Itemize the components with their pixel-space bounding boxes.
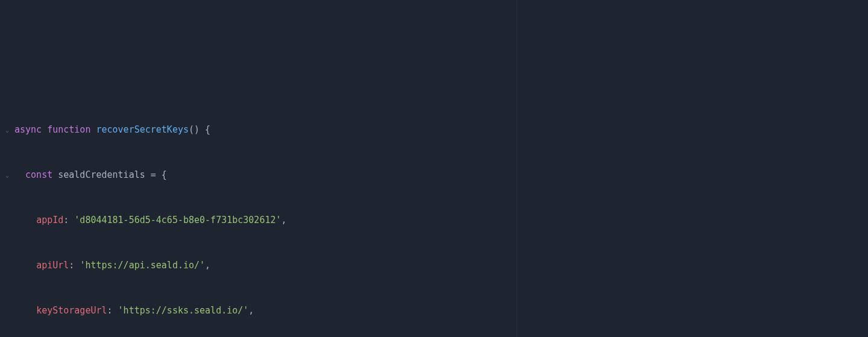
code-text: keyStorageUrl: 'https://ssks.seald.io/', bbox=[14, 303, 868, 318]
fold-icon[interactable]: ⌄ bbox=[0, 168, 14, 183]
code-text: const sealdCredentials = { bbox=[14, 168, 868, 183]
code-line[interactable]: apiUrl: 'https://api.seald.io/', bbox=[0, 258, 868, 273]
code-line[interactable]: keyStorageUrl: 'https://ssks.seald.io/', bbox=[0, 303, 868, 318]
editor-ruler bbox=[517, 0, 517, 337]
code-editor[interactable]: ⌄async function recoverSecretKeys() { ⌄ … bbox=[0, 90, 868, 337]
code-text: async function recoverSecretKeys() { bbox=[14, 122, 868, 137]
code-line[interactable]: appId: 'd8044181-56d5-4c65-b8e0-f731bc30… bbox=[0, 213, 868, 228]
gutter bbox=[0, 258, 14, 273]
gutter bbox=[0, 213, 14, 228]
fold-icon[interactable]: ⌄ bbox=[0, 122, 14, 137]
code-text: apiUrl: 'https://api.seald.io/', bbox=[14, 258, 868, 273]
code-line[interactable]: ⌄async function recoverSecretKeys() { bbox=[0, 122, 868, 137]
gutter bbox=[0, 303, 14, 318]
code-line[interactable]: ⌄ const sealdCredentials = { bbox=[0, 168, 868, 183]
code-text: appId: 'd8044181-56d5-4c65-b8e0-f731bc30… bbox=[14, 213, 868, 228]
